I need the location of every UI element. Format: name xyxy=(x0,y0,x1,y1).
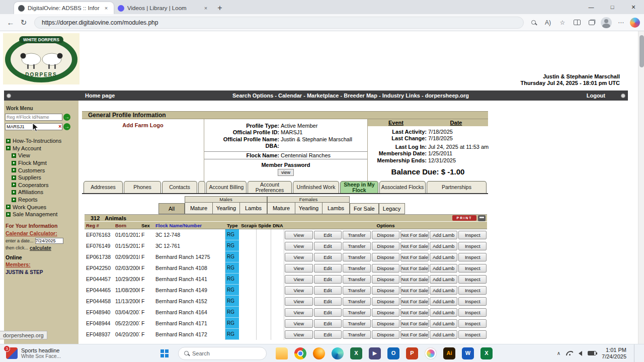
taskbar-app-icon[interactable] xyxy=(276,347,288,359)
taskbar-app-icon[interactable]: ▶ xyxy=(369,347,381,359)
animal-option-button[interactable]: Inspect xyxy=(458,286,487,295)
window-close-button[interactable]: × xyxy=(623,0,644,14)
animal-option-button[interactable]: Edit xyxy=(314,231,342,239)
animal-option-button[interactable]: Inspect xyxy=(458,308,487,317)
animal-option-button[interactable]: Dispose xyxy=(372,319,400,328)
sidebar-menu-item[interactable]: Sale Management xyxy=(4,211,78,218)
taskbar-app-icon[interactable]: P xyxy=(406,347,418,359)
page-scrollbar[interactable] xyxy=(638,31,644,344)
animal-option-button[interactable]: View xyxy=(285,286,313,295)
taskbar-app-icon[interactable]: X xyxy=(350,347,362,359)
sidebar-menu-item[interactable]: How-To-Instructions xyxy=(4,137,78,145)
animal-option-button[interactable]: Inspect xyxy=(458,330,487,339)
animal-option-button[interactable]: Add Lamb xyxy=(430,286,458,295)
animal-option-button[interactable]: Dispose xyxy=(372,242,400,250)
animal-option-button[interactable]: Inspect xyxy=(458,253,487,261)
animal-option-button[interactable]: Dispose xyxy=(372,275,400,284)
read-aloud-icon[interactable]: A) xyxy=(542,17,553,28)
profile-tab[interactable] xyxy=(198,181,205,193)
clear-search-icon[interactable]: × xyxy=(58,123,61,130)
window-minimize-button[interactable]: — xyxy=(581,0,602,14)
favorites-star-icon[interactable]: ☆ xyxy=(557,17,568,28)
animal-option-button[interactable]: Edit xyxy=(314,264,342,273)
sidebar-menu-item[interactable]: Flock Mgmt xyxy=(4,159,78,167)
nav-link[interactable]: Breeder Map xyxy=(339,93,377,99)
filter-all-button[interactable]: All xyxy=(158,203,185,214)
animal-option-button[interactable]: Add Lamb xyxy=(430,319,458,328)
animal-option-button[interactable]: Edit xyxy=(314,242,342,250)
animal-option-button[interactable]: View xyxy=(285,330,313,339)
animal-option-button[interactable]: Not For Sale xyxy=(400,253,429,261)
profile-tab[interactable]: Addresses xyxy=(84,181,123,193)
password-view-button[interactable]: view xyxy=(278,169,294,176)
split-screen-icon[interactable] xyxy=(572,17,583,28)
profile-tab[interactable]: Unfinished Work xyxy=(293,181,339,193)
nav-link[interactable]: Marketplace xyxy=(302,93,339,99)
profile-id-input[interactable] xyxy=(5,123,62,130)
sidebar-menu-item[interactable]: View xyxy=(4,152,78,159)
browser-tab[interactable]: DigitalOvine: ADSBS :: Informati... × xyxy=(14,2,114,14)
address-bar[interactable]: https://dorper.digitalovine.com/modules.… xyxy=(34,17,524,29)
copilot-icon[interactable] xyxy=(630,18,640,28)
animal-option-button[interactable]: Add Lamb xyxy=(430,231,458,239)
animal-option-button[interactable]: Transfer xyxy=(343,286,371,295)
sidebar-menu-item[interactable]: Customers xyxy=(4,166,78,174)
sidebar-menu-item[interactable]: Work Queues xyxy=(4,203,78,211)
calendar-calculator-link[interactable]: Calendar Calculator: xyxy=(6,230,78,236)
animal-option-button[interactable]: Inspect xyxy=(458,242,487,250)
tab-close-icon[interactable]: × xyxy=(202,5,209,11)
profile-go-arrow-icon[interactable]: → xyxy=(63,123,70,130)
animal-option-button[interactable]: View xyxy=(285,297,313,306)
profile-tab[interactable]: Phones xyxy=(124,181,161,193)
filter-legacy-button[interactable]: Legacy xyxy=(379,203,405,214)
animal-option-button[interactable]: Transfer xyxy=(343,319,371,328)
nav-link[interactable]: Calendar xyxy=(273,93,302,99)
animal-option-button[interactable]: Dispose xyxy=(372,330,400,339)
show-desktop-button[interactable] xyxy=(634,344,636,362)
calc-date-input[interactable] xyxy=(35,238,63,244)
animal-option-button[interactable]: Add Lamb xyxy=(430,330,458,339)
profile-tab[interactable]: Associated Flocks xyxy=(379,181,426,193)
animal-option-button[interactable]: Add Lamb xyxy=(430,297,458,306)
settings-ellipsis-icon[interactable]: ⋯ xyxy=(615,17,626,28)
animal-option-button[interactable]: View xyxy=(285,253,313,261)
window-maximize-button[interactable]: □ xyxy=(602,0,623,14)
collections-icon[interactable] xyxy=(586,17,597,28)
profile-tab[interactable]: Account Billing xyxy=(206,181,247,193)
animal-option-button[interactable]: View xyxy=(285,308,313,317)
navbar-right-toggle-icon[interactable] xyxy=(621,94,625,98)
filter-button[interactable]: Lambs xyxy=(322,203,349,214)
animal-option-button[interactable]: View xyxy=(285,242,313,250)
taskbar-search[interactable]: Search xyxy=(178,347,267,360)
animal-option-button[interactable]: View xyxy=(285,319,313,328)
sidebar-menu-item[interactable]: Reports xyxy=(4,196,78,204)
animal-option-button[interactable]: Add Lamb xyxy=(430,242,458,250)
animal-option-button[interactable]: Edit xyxy=(314,297,342,306)
animal-option-button[interactable]: Edit xyxy=(314,286,342,295)
calculate-link[interactable]: calculate xyxy=(30,245,51,251)
animal-option-button[interactable]: Dispose xyxy=(372,264,400,273)
filter-button[interactable]: Lambs xyxy=(239,203,267,214)
animal-option-button[interactable]: Inspect xyxy=(458,231,487,239)
flock-search-input[interactable] xyxy=(5,114,62,121)
taskbar-app-icon[interactable]: O xyxy=(387,347,399,359)
taskbar-clock[interactable]: 1:01 PM 7/24/2025 xyxy=(602,347,626,360)
taskbar-app-icon[interactable]: W xyxy=(462,347,474,359)
add-farm-logo-link[interactable]: Add Farm Logo xyxy=(82,122,204,128)
animal-option-button[interactable]: View xyxy=(285,264,313,273)
search-go-arrow-icon[interactable]: → xyxy=(63,114,70,121)
sidebar-menu-item[interactable]: Affiliations xyxy=(4,189,78,196)
animal-option-button[interactable]: Add Lamb xyxy=(430,253,458,261)
print-button[interactable]: PRINT xyxy=(452,215,476,221)
animal-option-button[interactable]: Not For Sale xyxy=(400,286,429,295)
filter-button[interactable]: Mature xyxy=(185,203,212,214)
animal-option-button[interactable]: Inspect xyxy=(458,275,487,284)
zoom-icon[interactable] xyxy=(528,17,539,28)
animal-option-button[interactable]: Inspect xyxy=(458,319,487,328)
browser-tab[interactable]: Videos | Library | Loom × xyxy=(114,2,213,14)
animal-option-button[interactable]: Not For Sale xyxy=(400,308,429,317)
animal-option-button[interactable]: Edit xyxy=(314,275,342,284)
animal-option-button[interactable]: Not For Sale xyxy=(400,330,429,339)
animal-option-button[interactable]: Transfer xyxy=(343,330,371,339)
animal-option-button[interactable]: Transfer xyxy=(343,297,371,306)
